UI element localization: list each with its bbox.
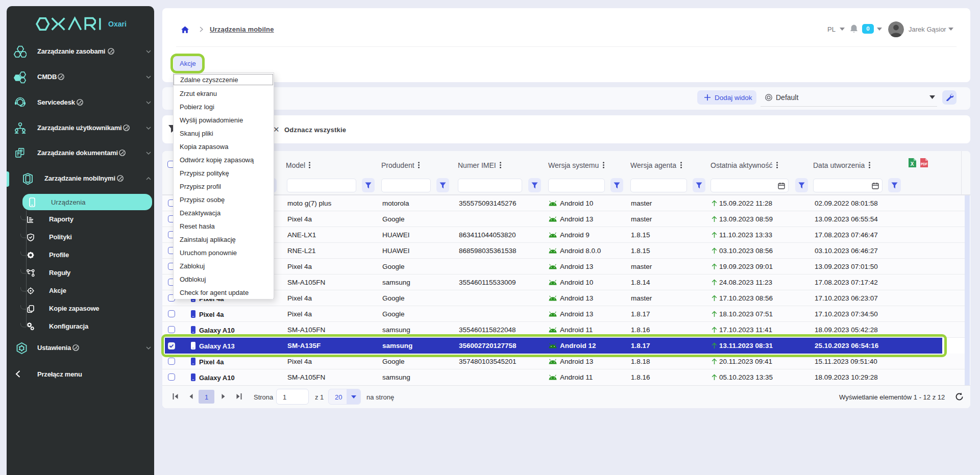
- svg-text:X: X: [911, 161, 914, 167]
- svg-text:PDF: PDF: [921, 162, 927, 166]
